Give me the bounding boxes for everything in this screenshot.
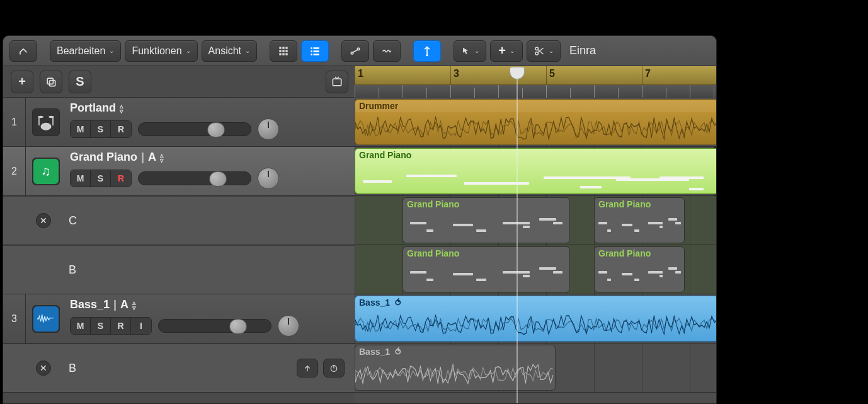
chevron-down-icon: ⌄ (549, 47, 554, 54)
chevron-down-icon: ⌄ (109, 47, 114, 54)
svg-rect-14 (314, 54, 319, 55)
m-button[interactable]: M (71, 121, 91, 137)
s-button[interactable]: S (91, 170, 111, 187)
region-grey[interactable]: Grand Piano (594, 197, 685, 243)
loop-icon: ⥀ (395, 347, 401, 357)
flex-button[interactable] (373, 40, 401, 62)
region-title: Bass_1 ⥀ (355, 296, 716, 309)
timeline-ruler[interactable]: 1357 (355, 66, 716, 98)
msr-buttons: MSR (70, 170, 132, 187)
region-title: Grand Piano (355, 149, 716, 161)
r-button[interactable]: R (111, 318, 131, 334)
take-lane-2-C[interactable]: Grand PianoGrand Piano (355, 196, 716, 245)
m-button[interactable]: M (71, 170, 91, 187)
svg-point-17 (426, 54, 428, 56)
take-lane-2-B[interactable]: Grand PianoGrand Piano (355, 245, 716, 294)
track-number: 1 (3, 98, 26, 146)
back-up-button[interactable] (9, 40, 37, 62)
region-grey[interactable]: Grand Piano (403, 246, 570, 292)
track-icon[interactable] (26, 294, 66, 343)
functions-menu[interactable]: Funktionen ⌄ (125, 40, 197, 62)
svg-rect-6 (279, 53, 281, 55)
pointer-tool-menu[interactable]: ⌄ (454, 40, 486, 62)
take-header-2-B[interactable]: B (3, 245, 355, 294)
duplicate-track-button[interactable] (40, 71, 62, 93)
track-header-config-button[interactable] (326, 71, 348, 93)
lane-row-2[interactable]: Grand Piano (355, 147, 716, 196)
region-grey[interactable]: Grand Piano (594, 246, 685, 292)
r-button[interactable]: R (111, 121, 131, 137)
track-number: 2 (3, 147, 26, 195)
take-label: B (69, 263, 76, 277)
svg-rect-21 (50, 80, 55, 86)
region-blue[interactable]: Bass_1 ⥀ (355, 296, 716, 342)
snap-label: Einra (569, 44, 596, 57)
track-icon[interactable] (26, 98, 66, 146)
s-button[interactable]: S (91, 121, 111, 137)
add-track-button[interactable]: + (11, 71, 33, 93)
close-take-button[interactable]: ✕ (36, 361, 51, 376)
playhead-line[interactable] (517, 79, 518, 403)
catch-playhead-button[interactable] (413, 40, 441, 62)
grid-view-button[interactable] (270, 40, 297, 62)
view-menu[interactable]: Ansicht ⌄ (202, 40, 257, 62)
ruler-bar-marker: 1 (355, 66, 363, 84)
take-header-3-B[interactable]: ✕B (3, 343, 355, 393)
svg-point-23 (41, 122, 52, 130)
track-header-3[interactable]: 3Bass_1 | A ▵▿MSRI (3, 294, 355, 343)
take-power-button[interactable] (323, 359, 345, 378)
tracks-lane-area[interactable]: DrummerGrand PianoGrand PianoGrand Piano… (355, 98, 716, 403)
pan-knob[interactable] (258, 118, 279, 140)
list-view-button[interactable] (301, 40, 329, 62)
secondary-tool-menu[interactable]: + ⌄ (490, 40, 523, 62)
svg-rect-1 (282, 47, 284, 49)
m-button[interactable]: M (71, 318, 91, 334)
track-header-2[interactable]: 2♫Grand Piano | A ▵▿MSR (3, 147, 355, 196)
close-take-button[interactable]: ✕ (36, 213, 51, 228)
s-button[interactable]: S (91, 318, 111, 334)
svg-rect-8 (285, 53, 287, 55)
region-grey[interactable]: Grand Piano (403, 197, 570, 243)
track-name[interactable]: Grand Piano | A ▵▿ (70, 151, 348, 164)
take-lane-3-B[interactable]: Bass_1 ⥀ (355, 343, 716, 393)
pan-knob[interactable] (258, 168, 279, 189)
lane-row-3[interactable]: Bass_1 ⥀ (355, 294, 716, 343)
i-button[interactable]: I (131, 318, 151, 334)
pan-knob[interactable] (278, 315, 299, 337)
svg-rect-24 (38, 117, 40, 125)
track-header-toolbar: + S (3, 66, 355, 98)
region-title: Grand Piano (595, 198, 684, 211)
take-header-2-C[interactable]: ✕C (3, 196, 355, 245)
region-green[interactable]: Grand Piano (355, 148, 716, 194)
lane-row-1[interactable]: Drummer (355, 98, 716, 147)
svg-rect-3 (279, 50, 281, 52)
scissors-tool-menu[interactable]: ⌄ (527, 40, 561, 62)
updown-icon: ▵▿ (160, 153, 164, 163)
svg-rect-9 (311, 47, 312, 49)
automation-button[interactable] (341, 40, 369, 62)
volume-slider[interactable] (138, 122, 251, 136)
chevron-down-icon: ⌄ (245, 47, 250, 54)
svg-rect-0 (279, 47, 281, 49)
global-solo-button[interactable]: S (69, 71, 91, 93)
track-header-1[interactable]: 1Portland ▵▿MSR (3, 98, 355, 147)
edit-menu[interactable]: Bearbeiten ⌄ (50, 40, 121, 62)
track-icon[interactable]: ♫ (26, 147, 66, 195)
region-brown[interactable]: Drummer (355, 99, 716, 145)
region-grey2[interactable]: Bass_1 ⥀ (355, 345, 556, 391)
take-up-button[interactable] (297, 359, 318, 378)
svg-rect-20 (47, 78, 53, 84)
volume-slider[interactable] (158, 319, 271, 333)
region-title: Grand Piano (403, 198, 569, 211)
tracks-body: 1Portland ▵▿MSR2♫Grand Piano | A ▵▿MSR✕C… (3, 98, 716, 403)
msr-buttons: MSR (70, 120, 132, 138)
track-name[interactable]: Bass_1 | A ▵▿ (70, 298, 348, 311)
loop-icon: ⥀ (395, 297, 401, 308)
r-button[interactable]: R (111, 170, 131, 187)
updown-icon: ▵▿ (132, 300, 136, 310)
region-title: Grand Piano (403, 247, 569, 260)
track-name[interactable]: Portland ▵▿ (70, 101, 348, 115)
svg-rect-25 (52, 117, 54, 125)
chevron-down-icon: ⌄ (474, 47, 479, 54)
volume-slider[interactable] (138, 171, 251, 185)
